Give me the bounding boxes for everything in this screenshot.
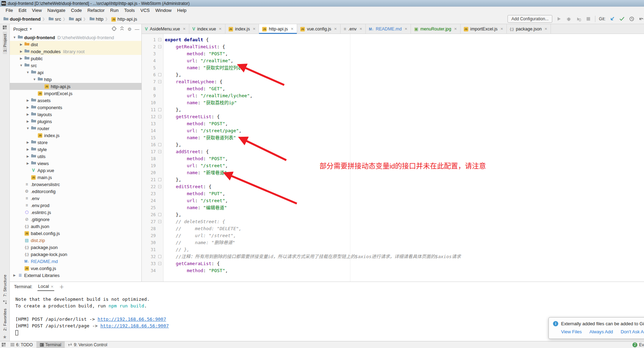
fold-end-marker-icon[interactable] <box>158 73 161 76</box>
tree-item-README.md[interactable]: M↓README.md <box>10 258 141 265</box>
fold-end-marker-icon[interactable] <box>158 255 161 258</box>
code-editor[interactable]: 1–export default {2– getRealTimeList: {3… <box>142 34 644 282</box>
tree-item-.editorconfig[interactable]: ⚙.editorconfig <box>10 188 141 195</box>
tree-item-.gitignore[interactable]: ⊘.gitignore <box>10 216 141 223</box>
tree-item-.env[interactable]: ≡.env <box>10 195 141 202</box>
close-icon[interactable]: ✕ <box>219 27 222 31</box>
fold-marker-icon[interactable]: – <box>158 115 161 118</box>
tab-menuRouter.jpg[interactable]: ▣menuRouter.jpg✕ <box>411 24 460 34</box>
fold-marker-icon[interactable]: – <box>158 262 161 265</box>
menu-item-run[interactable]: Run <box>107 7 121 14</box>
tree-item-public[interactable]: ▶public <box>10 55 141 62</box>
debug-icon[interactable] <box>566 16 572 22</box>
menu-item-code[interactable]: Code <box>68 7 85 14</box>
notification-action-view-files[interactable]: View Files <box>561 329 582 334</box>
stop-icon[interactable] <box>585 16 592 22</box>
close-icon[interactable]: ✕ <box>359 27 362 31</box>
terminal-link[interactable]: http://192.168.66.56:9007 <box>100 323 169 328</box>
fold-marker-icon[interactable]: – <box>158 38 161 41</box>
close-icon[interactable]: ✕ <box>405 27 407 31</box>
fold-end-marker-icon[interactable] <box>158 178 161 181</box>
stripe-structure-button[interactable]: 7: Structure <box>3 272 7 299</box>
breadcrumb-item-src[interactable]: src <box>48 16 62 22</box>
stripe-favorites-button[interactable]: 2: Favorites <box>3 306 7 333</box>
terminal-link[interactable]: http://192.168.66.56:9007 <box>98 317 166 322</box>
tree-item-src[interactable]: ▼src <box>10 62 141 69</box>
tree-expanded-arrow[interactable]: ▼ <box>25 127 30 130</box>
new-terminal-session-icon[interactable]: ＋ <box>59 283 64 290</box>
tree-item-main.js[interactable]: JSmain.js <box>10 174 141 181</box>
select-opened-file-icon[interactable] <box>112 26 117 32</box>
fold-marker-icon[interactable]: – <box>158 150 161 153</box>
notification-action-always-add[interactable]: Always Add <box>589 329 613 334</box>
rollback-icon[interactable] <box>638 16 644 22</box>
tree-expanded-arrow[interactable]: ▼ <box>25 71 30 74</box>
tree-collapse-arrow[interactable]: ▶ <box>25 120 30 123</box>
tree-collapse-arrow[interactable]: ▶ <box>25 113 30 116</box>
tab-AsideMenu.vue[interactable]: VAsideMenu.vue✕ <box>142 24 189 34</box>
tree-item-http-api.js[interactable]: JShttp-api.js <box>10 83 141 90</box>
tree-item-views[interactable]: ▶views <box>10 160 141 167</box>
tab-package.json[interactable]: {;}package.json✕ <box>507 24 551 34</box>
fold-marker-icon[interactable]: – <box>158 220 161 223</box>
tab-.env[interactable]: ≡.env✕ <box>341 24 366 34</box>
tree-item-importExcel.js[interactable]: JSimportExcel.js <box>10 90 141 97</box>
tree-item-assets[interactable]: ▶assets <box>10 97 141 104</box>
breadcrumb-item-api[interactable]: api <box>68 16 82 22</box>
history-icon[interactable] <box>629 16 635 22</box>
tree-collapse-arrow[interactable]: ▶ <box>19 43 24 46</box>
tree-item-External Libraries[interactable]: ▶≣External Libraries <box>10 272 141 279</box>
tree-collapse-arrow[interactable]: ▶ <box>25 148 30 151</box>
tree-item-.browserslistrc[interactable]: ≡.browserslistrc <box>10 181 141 188</box>
tab-README.md[interactable]: M↓README.md✕ <box>366 24 411 34</box>
tree-collapse-arrow[interactable]: ▶ <box>19 57 24 60</box>
tree-item-duoji-frontend[interactable]: ▼duoji-frontendD:\zheheWeb\duoji-fronten… <box>10 34 141 41</box>
tree-item-vue.config.js[interactable]: JSvue.config.js <box>10 265 141 272</box>
tree-item-utils[interactable]: ▶utils <box>10 153 141 160</box>
run-with-coverage-icon[interactable] <box>575 16 582 22</box>
tab-index.vue[interactable]: Vindex.vue✕ <box>189 24 225 34</box>
status-todo-button[interactable]: 6: TODO <box>7 341 36 348</box>
add-configuration-button[interactable]: Add Configuration... <box>507 15 552 23</box>
tree-collapse-arrow[interactable]: ▶ <box>25 162 30 165</box>
fold-end-marker-icon[interactable] <box>158 143 161 146</box>
event-log-button[interactable]: 2 Ev <box>632 342 644 347</box>
close-icon[interactable]: ✕ <box>253 27 255 31</box>
breadcrumb-item-duoji-frontend[interactable]: duoji-frontend <box>3 16 41 22</box>
tree-item-plugins[interactable]: ▶plugins <box>10 118 141 125</box>
tab-vue.config.js[interactable]: JSvue.config.js✕ <box>297 24 341 34</box>
tree-item-.eslintrc.js[interactable]: ⬡.eslintrc.js <box>10 209 141 216</box>
tree-expanded-arrow[interactable]: ▼ <box>32 78 37 81</box>
tool-window-switcher-icon[interactable] <box>3 26 7 30</box>
tree-item-layouts[interactable]: ▶layouts <box>10 111 141 118</box>
close-icon[interactable]: ✕ <box>183 27 186 31</box>
breadcrumb-item-http[interactable]: http <box>89 16 104 22</box>
menu-item-help[interactable]: Help <box>174 7 189 14</box>
git-update-icon[interactable] <box>609 16 615 22</box>
menu-item-window[interactable]: Window <box>153 7 174 14</box>
close-icon[interactable]: ✕ <box>545 27 547 31</box>
collapse-all-icon[interactable] <box>120 26 124 32</box>
close-icon[interactable]: ✕ <box>500 27 503 31</box>
tree-item-dist[interactable]: ▶dist <box>10 41 141 48</box>
fold-end-marker-icon[interactable] <box>158 108 161 111</box>
favorites-star-icon[interactable]: ★ <box>3 334 7 340</box>
status-version-control-button[interactable]: 9: Version Control <box>65 341 111 348</box>
tree-item-dist.zip[interactable]: ▤dist.zip <box>10 237 141 244</box>
tree-collapse-arrow[interactable]: ▶ <box>25 99 30 102</box>
tree-collapse-arrow[interactable]: ▶ <box>25 155 30 158</box>
tree-item-index.js[interactable]: JSindex.js <box>10 132 141 139</box>
tree-collapse-arrow[interactable]: ▶ <box>25 141 30 144</box>
project-panel-title[interactable]: Project <box>13 27 27 32</box>
tree-item-components[interactable]: ▶components <box>10 104 141 111</box>
notification-action-don-t-ask-again[interactable]: Don't Ask Again <box>621 329 644 334</box>
tree-expanded-arrow[interactable]: ▼ <box>12 36 17 39</box>
tab-http-api.js[interactable]: JShttp-api.js✕ <box>259 24 297 34</box>
menu-item-tools[interactable]: Tools <box>121 7 138 14</box>
menu-item-file[interactable]: File <box>3 7 16 14</box>
menu-item-view[interactable]: View <box>29 7 44 14</box>
close-icon[interactable]: ✕ <box>454 27 457 31</box>
tree-collapse-arrow[interactable]: ▶ <box>12 274 17 277</box>
breadcrumb-item-http-api.js[interactable]: JShttp-api.js <box>111 16 138 22</box>
menu-item-navigate[interactable]: Navigate <box>44 7 68 14</box>
